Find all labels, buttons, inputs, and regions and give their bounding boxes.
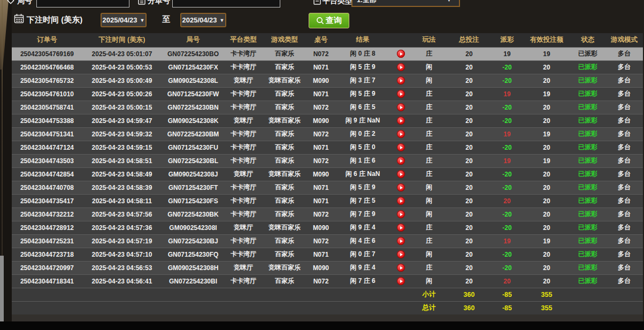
cell-order: 250423044725231 xyxy=(12,234,82,248)
cell-order: 250423044740708 xyxy=(12,181,82,194)
cell-play: 庄 xyxy=(411,141,447,154)
table-row[interactable]: 2504230547610102025-04-23 05:00:26GN0712… xyxy=(12,87,643,101)
cell-table: N072 xyxy=(307,47,335,60)
replay-cell xyxy=(390,47,411,60)
play-replay-icon[interactable] xyxy=(397,117,405,125)
table-row[interactable]: 2504230447322122025-04-23 04:57:56GN0722… xyxy=(12,208,643,221)
table-row[interactable]: 2504230447209972025-04-23 04:56:53GM0902… xyxy=(12,261,643,274)
cell-order: 250423054758741 xyxy=(12,101,82,114)
cell-game: 竞咪百家乐 xyxy=(262,167,307,181)
play-replay-icon[interactable] xyxy=(397,277,405,285)
cell-valid: 19 xyxy=(523,127,570,141)
replay-cell xyxy=(390,248,411,261)
play-replay-icon[interactable] xyxy=(397,264,405,272)
cell-play: 闲 xyxy=(411,248,447,261)
play-replay-icon[interactable] xyxy=(397,183,405,191)
date-from-picker[interactable]: 2025/04/23 ▼ xyxy=(101,13,147,27)
cell-hall: 卡卡湾厅 xyxy=(225,47,262,60)
table-row[interactable]: 2504230447533882025-04-23 04:59:47GM0902… xyxy=(12,114,643,127)
play-replay-icon[interactable] xyxy=(397,130,405,138)
play-replay-icon[interactable] xyxy=(397,50,405,58)
col-header-game[interactable]: 游戏类型 xyxy=(262,33,307,47)
cell-round: GN072254230BN xyxy=(162,101,225,114)
col-header-play[interactable]: 玩法 xyxy=(411,33,447,47)
play-replay-icon[interactable] xyxy=(397,210,405,218)
table-row[interactable]: 2504230447471242025-04-23 04:59:15GN0712… xyxy=(12,141,643,154)
replay-cell xyxy=(390,261,411,274)
split-order-input[interactable] xyxy=(172,0,280,7)
table-row[interactable]: 2504230547657322025-04-23 05:00:49GM0902… xyxy=(12,74,643,87)
play-replay-icon[interactable] xyxy=(397,250,405,258)
cell-round: GN071254230FT xyxy=(162,181,225,194)
cell-total: 20 xyxy=(447,127,491,141)
cell-total: 20 xyxy=(447,101,491,114)
replay-cell xyxy=(390,101,411,114)
table-row[interactable]: 2504230447354172025-04-23 04:58:11GN0712… xyxy=(12,194,643,208)
col-header-status[interactable]: 状态 xyxy=(570,33,605,47)
table-header-row: 订单号 下注时间 (美东) 局号 平台类型 游戏类型 桌号 结果 玩法 总投注 … xyxy=(12,33,643,47)
cell-mode: 多台 xyxy=(605,141,643,154)
cell-payout: 20 xyxy=(491,274,523,288)
replay-cell xyxy=(390,114,411,127)
col-header-payout[interactable]: 派彩 xyxy=(491,33,523,47)
game-no-input[interactable] xyxy=(36,0,129,7)
col-header-table-no[interactable]: 桌号 xyxy=(307,33,335,47)
col-header-valid[interactable]: 有效投注额 xyxy=(523,33,570,47)
col-header-mode[interactable]: 游戏模式 xyxy=(605,33,643,47)
table-row[interactable]: 2504230447435032025-04-23 04:58:51GN0722… xyxy=(12,154,643,167)
play-replay-icon[interactable] xyxy=(397,197,405,205)
play-replay-icon[interactable] xyxy=(397,157,405,165)
table-row[interactable]: 2504230447289122025-04-23 04:57:36GM0902… xyxy=(12,221,643,234)
date-to-picker[interactable]: 2025/04/23 ▼ xyxy=(180,13,226,27)
table-row[interactable]: 2504230547664682025-04-23 05:00:53GN0712… xyxy=(12,60,643,74)
table-row[interactable]: 2504230547587412025-04-23 05:00:15GN0722… xyxy=(12,101,643,114)
col-header-result[interactable]: 结果 xyxy=(335,33,390,47)
cell-payout: 20 xyxy=(491,194,523,208)
col-header-total[interactable]: 总投注 xyxy=(447,33,491,47)
cell-status: 已派彩 xyxy=(570,221,605,234)
table-row[interactable]: 2504230447407082025-04-23 04:58:39GN0712… xyxy=(12,181,643,194)
subtotal-row: 小计360-85355 xyxy=(12,288,643,301)
cell-mode: 多台 xyxy=(605,154,643,167)
table-row[interactable]: 2504230447237182025-04-23 04:57:10GN0712… xyxy=(12,248,643,261)
col-header-bet-time[interactable]: 下注时间 (美东) xyxy=(82,33,162,47)
chevron-down-icon: ▼ xyxy=(220,18,225,23)
bet-time-label: 下注时间 (美东) xyxy=(27,15,82,25)
cell-time: 2025-04-23 04:56:41 xyxy=(82,274,162,288)
table-row[interactable]: 2504230547691692025-04-23 05:01:07GN0722… xyxy=(12,47,643,60)
cell-game: 竞咪百家乐 xyxy=(262,221,307,234)
col-header-order[interactable]: 订单号 xyxy=(12,33,82,47)
col-header-round[interactable]: 局号 xyxy=(162,33,225,47)
filter-bar: 局号 分单号 平台类型 1.全部 ▼ 下注时间 (美东) 2025/04/23 … xyxy=(0,0,644,33)
empty-cell xyxy=(307,288,335,301)
replay-cell xyxy=(390,127,411,141)
play-replay-icon[interactable] xyxy=(397,76,405,85)
play-replay-icon[interactable] xyxy=(397,63,405,71)
cell-hall: 竞咪厅 xyxy=(225,167,262,181)
table-row[interactable]: 2504230447183412025-04-23 04:56:41GN0722… xyxy=(12,274,643,288)
cell-game: 百家乐 xyxy=(262,181,307,194)
table-row[interactable]: 2504230447513412025-04-23 04:59:32GN0722… xyxy=(12,127,643,141)
play-replay-icon[interactable] xyxy=(397,90,405,98)
play-replay-icon[interactable] xyxy=(397,103,405,111)
table-row[interactable]: 2504230447428542025-04-23 04:58:49GM0902… xyxy=(12,167,643,181)
cell-status: 已派彩 xyxy=(570,74,605,87)
play-replay-icon[interactable] xyxy=(397,224,405,232)
cell-table: N072 xyxy=(307,208,335,221)
cell-order: 250423044732212 xyxy=(12,208,82,221)
play-replay-icon[interactable] xyxy=(397,237,405,245)
cell-status: 已派彩 xyxy=(570,141,605,154)
play-replay-icon[interactable] xyxy=(397,143,405,151)
left-scrollbar-fragment[interactable] xyxy=(0,256,4,321)
cell-time: 2025-04-23 04:58:39 xyxy=(82,181,162,194)
cell-total: 20 xyxy=(447,181,491,194)
cell-total: 20 xyxy=(447,274,491,288)
table-row[interactable]: 2504230447252312025-04-23 04:57:19GN0722… xyxy=(12,234,643,248)
cell-valid: 20 xyxy=(523,181,570,194)
cell-mode: 多台 xyxy=(605,114,643,127)
query-button[interactable]: 查询 xyxy=(309,13,349,28)
play-replay-icon[interactable] xyxy=(397,170,405,178)
platform-type-select[interactable]: 1.全部 ▼ xyxy=(351,0,460,7)
cell-status: 已派彩 xyxy=(570,47,605,60)
col-header-platform[interactable]: 平台类型 xyxy=(225,33,262,47)
